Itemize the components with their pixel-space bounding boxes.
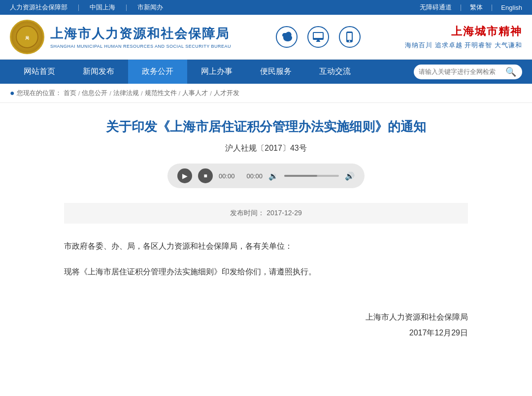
breadcrumb-home[interactable]: 首页 bbox=[64, 89, 76, 98]
top-link-traditional[interactable]: 繁体 bbox=[470, 3, 483, 12]
location-icon: ● bbox=[10, 89, 15, 98]
nav-online[interactable]: 网上办事 bbox=[187, 60, 246, 84]
body-paragraph-2: 现将《上海市居住证积分管理办法实施细则》印发给你们，请遵照执行。 bbox=[64, 264, 468, 280]
breadcrumb: ● 您现在的位置： 首页 / 信息公开 / 法律法规 / 规范性文件 / 人事人… bbox=[0, 84, 532, 103]
audio-player: ▶ ■ 00:00 00:00 🔉 🔊 bbox=[167, 164, 365, 188]
volume-icon[interactable]: 🔉 bbox=[268, 171, 278, 181]
signature-org: 上海市人力资源和社会保障局 bbox=[64, 309, 468, 325]
top-bar-right: 无障碍通道 ｜ 繁体 ｜ English bbox=[420, 3, 522, 12]
top-bar-left: 人力资源社会保障部 ｜ 中国上海 ｜ 市新闻办 bbox=[10, 3, 163, 12]
body-paragraph-1: 市政府各委、办、局，各区人力资源和社会保障局，各有关单位： bbox=[64, 238, 468, 254]
header: 局 上海市人力资源和社会保障局 SHANGHAI MUNICIPAL HUMAN… bbox=[0, 15, 532, 60]
article-body: 市政府各委、办、局，各区人力资源和社会保障局，各有关单位： 现将《上海市居住证积… bbox=[64, 238, 468, 280]
logo-area: 局 上海市人力资源和社会保障局 SHANGHAI MUNICIPAL HUMAN… bbox=[10, 20, 231, 54]
breadcrumb-info[interactable]: 信息公开 bbox=[82, 89, 107, 98]
city-spirit-subtitle: 海纳百川 追求卓越 开明睿智 大气谦和 bbox=[405, 41, 522, 50]
nav-interaction[interactable]: 互动交流 bbox=[305, 60, 365, 84]
pc-icon[interactable] bbox=[307, 26, 329, 48]
breadcrumb-talent[interactable]: 人事人才 bbox=[182, 89, 208, 98]
city-spirit: 上海城市精神 海纳百川 追求卓越 开明睿智 大气谦和 bbox=[405, 24, 522, 50]
audio-progress-fill bbox=[284, 175, 317, 177]
breadcrumb-label: 您现在的位置： bbox=[17, 89, 62, 98]
top-link-hrss[interactable]: 人力资源社会保障部 bbox=[10, 3, 67, 12]
nav-news[interactable]: 新闻发布 bbox=[69, 60, 128, 84]
nav-home[interactable]: 网站首页 bbox=[10, 60, 69, 84]
header-icons bbox=[276, 26, 361, 48]
search-input[interactable] bbox=[419, 68, 502, 75]
publish-date: 2017-12-29 bbox=[266, 209, 302, 217]
stop-button[interactable]: ■ bbox=[198, 168, 213, 183]
nav-government[interactable]: 政务公开 bbox=[128, 60, 187, 84]
logo-emblem: 局 bbox=[10, 20, 44, 54]
article-signature: 上海市人力资源和社会保障局 2017年12月29日 bbox=[64, 309, 468, 341]
logo-text: 上海市人力资源和社会保障局 SHANGHAI MUNICIPAL HUMAN R… bbox=[50, 25, 231, 49]
article-subtitle: 沪人社规〔2017〕43号 bbox=[64, 143, 468, 154]
svg-text:局: 局 bbox=[25, 36, 29, 40]
top-link-english[interactable]: English bbox=[501, 4, 522, 11]
nav-search[interactable]: 🔍 bbox=[414, 65, 522, 79]
city-spirit-title: 上海城市精神 bbox=[405, 24, 522, 39]
mobile-icon[interactable] bbox=[339, 26, 361, 48]
breadcrumb-normative[interactable]: 规范性文件 bbox=[145, 89, 177, 98]
content-area: 关于印发《上海市居住证积分管理办法实施细则》的通知 沪人社规〔2017〕43号 … bbox=[44, 103, 488, 370]
search-icon[interactable]: 🔍 bbox=[505, 66, 516, 77]
main-nav: 网站首页 新闻发布 政务公开 网上办事 便民服务 互动交流 🔍 bbox=[0, 60, 532, 84]
top-link-accessible[interactable]: 无障碍通道 bbox=[420, 3, 452, 12]
audio-progress-bar[interactable] bbox=[284, 175, 339, 177]
logo-cn: 上海市人力资源和社会保障局 bbox=[50, 25, 231, 42]
top-link-shanghai[interactable]: 中国上海 bbox=[90, 3, 115, 12]
top-bar: 人力资源社会保障部 ｜ 中国上海 ｜ 市新闻办 无障碍通道 ｜ 繁体 ｜ Eng… bbox=[0, 0, 532, 15]
signature-date: 2017年12月29日 bbox=[64, 325, 468, 341]
top-link-news[interactable]: 市新闻办 bbox=[137, 3, 163, 12]
nav-services[interactable]: 便民服务 bbox=[246, 60, 305, 84]
article-title: 关于印发《上海市居住证积分管理办法实施细则》的通知 bbox=[64, 118, 468, 135]
breadcrumb-law[interactable]: 法律法规 bbox=[113, 89, 139, 98]
weibo-icon[interactable] bbox=[276, 26, 298, 48]
publish-label: 发布时间： bbox=[230, 209, 265, 217]
breadcrumb-talent-dev[interactable]: 人才开发 bbox=[214, 89, 239, 98]
volume-high-icon[interactable]: 🔊 bbox=[345, 171, 355, 181]
play-button[interactable]: ▶ bbox=[177, 168, 192, 183]
logo-en: SHANGHAI MUNICIPAL HUMAN RESOURCES AND S… bbox=[50, 44, 231, 49]
audio-time-total: 00:00 bbox=[247, 172, 263, 180]
publish-info: 发布时间： 2017-12-29 bbox=[64, 203, 468, 224]
audio-time-current: 00:00 bbox=[219, 172, 235, 180]
